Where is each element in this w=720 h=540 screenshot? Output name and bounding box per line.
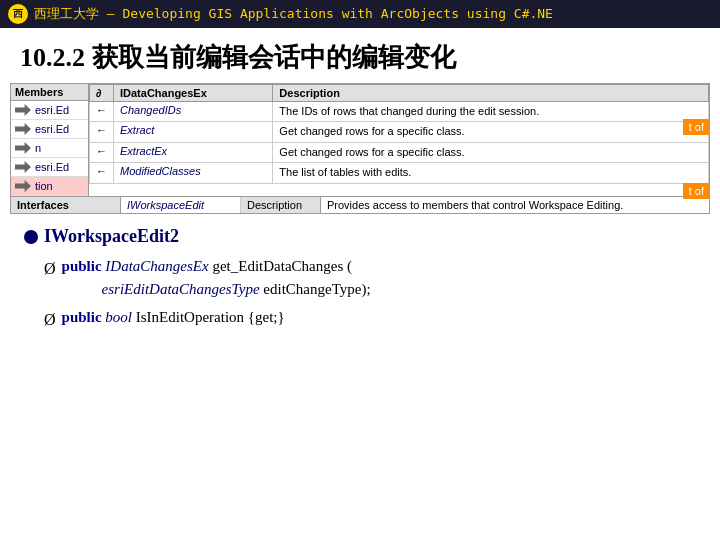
bullet-title: IWorkspaceEdit2 <box>24 226 696 247</box>
sidebar-item-2: esri.Ed <box>11 120 88 139</box>
title-text: 西理工大学 — Developing GIS Applications with… <box>34 5 553 23</box>
sidebar-item-5: tion <box>11 177 88 196</box>
title-bar: 西 西理工大学 — Developing GIS Applications wi… <box>0 0 720 28</box>
sidebar-label-1: esri.Ed <box>35 104 69 116</box>
sidebar-item-1: esri.Ed <box>11 101 88 120</box>
sidebar-label-2: esri.Ed <box>35 123 69 135</box>
row1-method: ChangedIDs <box>114 102 273 122</box>
method-block-2: Ø public bool IsInEditOperation {get;} <box>44 306 696 332</box>
members-header: Members <box>11 84 88 101</box>
row2-icon: ← <box>90 122 114 142</box>
row1-icon: ← <box>90 102 114 122</box>
table-row: ← Extract Get changed rows for a specifi… <box>90 122 709 142</box>
method-line-1: Ø public IDataChangesEx get_EditDataChan… <box>44 255 696 300</box>
table-row: ← ExtractEx Get changed rows for a speci… <box>90 142 709 162</box>
method-block-1: Ø public IDataChangesEx get_EditDataChan… <box>44 255 696 300</box>
arrow-icon-5 <box>15 180 31 192</box>
row4-method: ModifiedClasses <box>114 163 273 183</box>
sidebar-label-5: tion <box>35 180 53 192</box>
sidebar-item-3: n <box>11 139 88 158</box>
arrow-icon-2 <box>15 123 31 135</box>
orange-box-2: t of <box>683 183 710 199</box>
interfaces-desc: Provides access to members that control … <box>321 197 629 213</box>
method-text-2: public bool IsInEditOperation {get;} <box>62 306 285 329</box>
method-line-2: Ø public bool IsInEditOperation {get;} <box>44 306 696 332</box>
bullet-title-text: IWorkspaceEdit2 <box>44 226 179 247</box>
col1-header: ∂ <box>90 85 114 102</box>
bullet-section: IWorkspaceEdit2 Ø public IDataChangesEx … <box>0 214 720 344</box>
data-table: ∂ IDataChangesEx Description ← ChangedID… <box>88 83 710 197</box>
row1-desc: The IDs of rows that changed during the … <box>273 102 709 122</box>
app-logo: 西 <box>8 4 28 24</box>
row3-desc: Get changed rows for a specific class. <box>273 142 709 162</box>
page-heading: 10.2.2 获取当前编辑会话中的编辑变化 <box>0 28 720 83</box>
row4-icon: ← <box>90 163 114 183</box>
sidebar-item-4: esri.Ed <box>11 158 88 177</box>
interfaces-label: Interfaces <box>11 197 121 213</box>
col3-header: Description <box>273 85 709 102</box>
table-row: ← ChangedIDs The IDs of rows that change… <box>90 102 709 122</box>
bullet-dot-icon <box>24 230 38 244</box>
members-sidebar: Members esri.Ed esri.Ed n esri.Ed tion <box>10 83 88 197</box>
row3-icon: ← <box>90 142 114 162</box>
arrow-icon-4 <box>15 161 31 173</box>
interfaces-desc-label: Description <box>241 197 321 213</box>
main-content: Members esri.Ed esri.Ed n esri.Ed tion ∂ <box>0 83 720 197</box>
interfaces-name: IWorkspaceEdit <box>121 197 241 213</box>
title-suffix: — Developing GIS Applications with ArcOb… <box>99 6 553 21</box>
chinese-title: 西理工大学 <box>34 6 99 21</box>
method-arrow-1: Ø <box>44 257 56 281</box>
method-arrow-2: Ø <box>44 308 56 332</box>
orange-box-1: t of <box>683 119 710 135</box>
row4-desc: The list of tables with edits. <box>273 163 709 183</box>
method-text-1: public IDataChangesEx get_EditDataChange… <box>62 255 371 300</box>
logo-text: 西 <box>13 7 23 21</box>
row3-method: ExtractEx <box>114 142 273 162</box>
interfaces-row: Interfaces IWorkspaceEdit Description Pr… <box>10 197 710 214</box>
sidebar-label-3: n <box>35 142 41 154</box>
arrow-icon-1 <box>15 104 31 116</box>
arrow-icon-3 <box>15 142 31 154</box>
row2-desc: Get changed rows for a specific class. <box>273 122 709 142</box>
table-row: ← ModifiedClasses The list of tables wit… <box>90 163 709 183</box>
right-boxes: t of t of <box>683 119 710 199</box>
col2-header: IDataChangesEx <box>114 85 273 102</box>
sidebar-label-4: esri.Ed <box>35 161 69 173</box>
row2-method: Extract <box>114 122 273 142</box>
